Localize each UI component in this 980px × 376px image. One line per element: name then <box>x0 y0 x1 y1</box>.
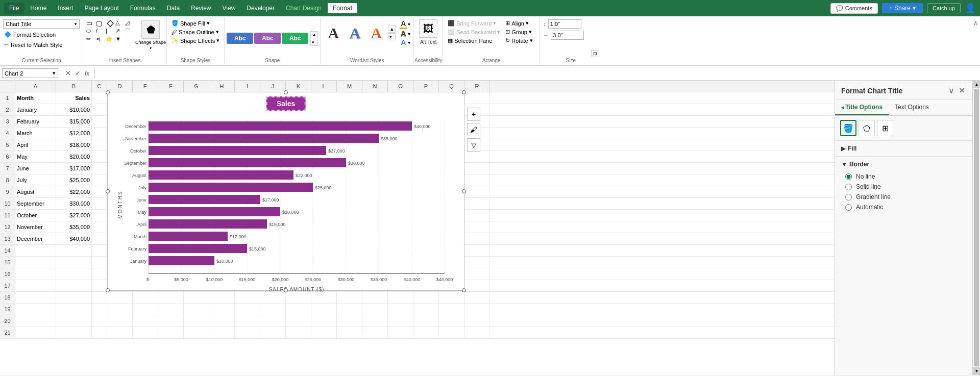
cell-e[interactable] <box>133 327 158 338</box>
cell-f[interactable] <box>158 327 184 338</box>
border-no-line-option[interactable]: No line <box>845 173 962 180</box>
cell-a[interactable]: July <box>15 174 56 186</box>
menu-format[interactable]: Format <box>328 3 357 13</box>
col-header-n[interactable]: N <box>362 81 388 92</box>
rotate-button[interactable]: ↻ Rotate ▾ <box>504 37 534 44</box>
vertical-scrollbar[interactable]: ▲ ▼ <box>972 81 980 375</box>
cell-r[interactable] <box>464 268 490 280</box>
chart-filter-button[interactable]: ▽ <box>467 138 480 152</box>
col-header-q[interactable]: Q <box>439 81 464 92</box>
cell-b[interactable] <box>56 245 92 256</box>
cell-c[interactable] <box>92 221 107 233</box>
cell-a[interactable] <box>15 292 56 303</box>
fill-section-header[interactable]: ▶ Fill <box>835 141 972 156</box>
scroll-thumb[interactable] <box>974 89 979 366</box>
panel-icon-effects[interactable]: ⬠ <box>859 120 875 136</box>
menu-view[interactable]: View <box>217 3 241 14</box>
alt-text-button[interactable]: 🖼 Alt Text <box>419 19 437 45</box>
cell-a[interactable]: March <box>15 128 56 139</box>
cell-c[interactable] <box>92 233 107 244</box>
cell-a[interactable]: August <box>15 186 56 197</box>
align-button[interactable]: ⊞ Align ▾ <box>504 19 534 27</box>
cell-r[interactable] <box>464 221 490 233</box>
cell-r[interactable] <box>464 151 490 162</box>
col-header-h[interactable]: H <box>209 81 235 92</box>
cell-o[interactable] <box>388 327 413 338</box>
cell-a[interactable]: November <box>15 221 56 233</box>
col-header-m[interactable]: M <box>337 81 362 92</box>
cell-m[interactable] <box>337 327 362 338</box>
cell-b[interactable]: $40,000 <box>56 233 92 244</box>
shape-chevron[interactable]: ⊲ <box>96 36 105 42</box>
name-box[interactable]: Chart 2 ▾ <box>2 68 58 78</box>
cell-b[interactable]: $25,000 <box>56 174 92 186</box>
handle-ml[interactable] <box>106 189 110 193</box>
size-expand-button[interactable]: ⊡ <box>591 50 599 57</box>
border-section-header[interactable]: ▼ Border <box>835 157 972 172</box>
cell-c[interactable] <box>92 128 107 139</box>
menu-file[interactable]: File <box>4 3 24 14</box>
cell-b[interactable]: $10,000 <box>56 104 92 115</box>
cell-b[interactable]: $27,000 <box>56 210 92 221</box>
scroll-up-button[interactable]: ▲ <box>973 81 980 88</box>
cell-a[interactable]: Month <box>15 92 56 104</box>
handle-tm[interactable] <box>284 90 288 94</box>
formula-cancel-button[interactable]: ✕ <box>64 69 72 78</box>
cell-n[interactable] <box>362 315 388 327</box>
wordart-letter-black[interactable]: A <box>324 24 343 42</box>
cell-a[interactable]: October <box>15 210 56 221</box>
cell-d[interactable] <box>107 304 133 315</box>
cell-r[interactable] <box>464 245 490 256</box>
cell-f[interactable] <box>158 304 184 315</box>
swatches-scroll[interactable]: ▲ ▾ <box>310 31 318 46</box>
cell-r[interactable] <box>464 257 490 268</box>
cell-g[interactable] <box>184 327 209 338</box>
format-selection-button[interactable]: 🔷 Format Selection <box>3 30 80 39</box>
cell-b[interactable]: $12,000 <box>56 128 92 139</box>
cell-c[interactable] <box>92 198 107 209</box>
cell-b[interactable] <box>56 327 92 338</box>
handle-bm[interactable] <box>284 288 288 292</box>
handle-tr[interactable] <box>462 90 466 94</box>
cell-p[interactable] <box>413 315 439 327</box>
cell-o[interactable] <box>388 304 413 315</box>
panel-close-button[interactable]: ✕ <box>958 86 966 95</box>
shape-rect[interactable]: ▭ <box>86 19 95 27</box>
cell-b[interactable]: $18,000 <box>56 139 92 151</box>
cell-c[interactable] <box>92 104 107 115</box>
cell-r[interactable] <box>464 280 490 291</box>
shape-line[interactable]: | <box>106 28 115 35</box>
cell-a[interactable] <box>15 280 56 291</box>
cell-c[interactable] <box>92 186 107 197</box>
cell-h[interactable] <box>209 327 235 338</box>
shape-swatch-purple[interactable]: Abc <box>254 33 281 44</box>
cell-c[interactable] <box>92 139 107 151</box>
cell-b[interactable] <box>56 280 92 291</box>
cell-c[interactable] <box>92 315 107 327</box>
cell-a[interactable]: December <box>15 233 56 244</box>
col-header-i[interactable]: I <box>235 81 260 92</box>
cell-e[interactable] <box>133 304 158 315</box>
cell-r[interactable] <box>464 92 490 104</box>
col-header-c[interactable]: C <box>92 81 107 92</box>
menu-home[interactable]: Home <box>25 3 52 14</box>
cell-b[interactable]: Sales <box>56 92 92 104</box>
change-shape-button[interactable]: ⬟ Change Shape ▾ <box>138 19 163 52</box>
shape-fill-button[interactable]: 🪣 Shape Fill ▾ <box>170 19 211 27</box>
cell-o[interactable] <box>388 315 413 327</box>
cell-c[interactable] <box>92 304 107 315</box>
cell-q[interactable] <box>439 327 464 338</box>
size-width-input[interactable] <box>551 31 584 40</box>
cell-r[interactable] <box>464 186 490 197</box>
chart-style-button[interactable]: 🖌 <box>467 123 480 136</box>
cell-b[interactable] <box>56 268 92 280</box>
cell-a[interactable] <box>15 315 56 327</box>
group-button[interactable]: ⊡ Group ▾ <box>504 28 534 36</box>
col-header-j[interactable]: J <box>260 81 286 92</box>
cell-n[interactable] <box>362 327 388 338</box>
shape-triangle[interactable]: △ <box>115 19 125 27</box>
cell-a[interactable]: September <box>15 198 56 209</box>
col-header-e[interactable]: E <box>133 81 158 92</box>
shape-arrow[interactable]: ↗ <box>115 28 125 35</box>
cell-k[interactable] <box>286 304 311 315</box>
